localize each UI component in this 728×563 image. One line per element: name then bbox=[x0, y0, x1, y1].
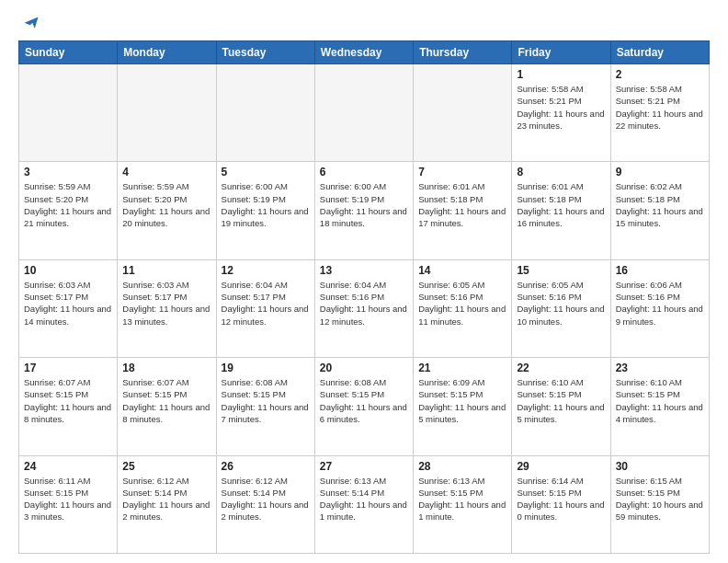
day-info: Sunrise: 5:58 AMSunset: 5:21 PMDaylight:… bbox=[517, 83, 605, 132]
day-cell: 12Sunrise: 6:04 AMSunset: 5:17 PMDayligh… bbox=[216, 259, 314, 357]
day-cell bbox=[414, 64, 512, 162]
day-info: Sunrise: 6:07 AMSunset: 5:15 PMDaylight:… bbox=[24, 376, 112, 425]
day-info: Sunrise: 6:02 AMSunset: 5:18 PMDaylight:… bbox=[616, 180, 704, 229]
day-cell: 6Sunrise: 6:00 AMSunset: 5:19 PMDaylight… bbox=[314, 162, 413, 259]
day-info: Sunrise: 6:10 AMSunset: 5:15 PMDaylight:… bbox=[517, 376, 605, 425]
day-number: 17 bbox=[24, 362, 112, 374]
logo-bird-icon bbox=[22, 15, 40, 33]
day-info: Sunrise: 6:00 AMSunset: 5:19 PMDaylight:… bbox=[320, 180, 408, 229]
day-cell: 27Sunrise: 6:13 AMSunset: 5:14 PMDayligh… bbox=[314, 455, 413, 553]
day-number: 9 bbox=[616, 166, 704, 178]
week-row-4: 17Sunrise: 6:07 AMSunset: 5:15 PMDayligh… bbox=[19, 358, 710, 455]
day-cell: 22Sunrise: 6:10 AMSunset: 5:15 PMDayligh… bbox=[512, 358, 610, 455]
day-number: 15 bbox=[517, 264, 605, 277]
day-cell: 13Sunrise: 6:04 AMSunset: 5:16 PMDayligh… bbox=[314, 259, 413, 357]
day-number: 13 bbox=[320, 264, 408, 277]
day-info: Sunrise: 6:03 AMSunset: 5:17 PMDaylight:… bbox=[122, 279, 210, 327]
day-number: 29 bbox=[517, 460, 605, 473]
day-number: 12 bbox=[222, 264, 310, 277]
day-number: 20 bbox=[320, 362, 408, 374]
weekday-header-sunday: Sunday bbox=[19, 41, 118, 64]
day-number: 26 bbox=[222, 460, 310, 473]
day-info: Sunrise: 6:12 AMSunset: 5:14 PMDaylight:… bbox=[122, 475, 210, 523]
day-cell: 1Sunrise: 5:58 AMSunset: 5:21 PMDaylight… bbox=[512, 64, 610, 162]
day-number: 22 bbox=[517, 362, 605, 374]
day-cell: 28Sunrise: 6:13 AMSunset: 5:15 PMDayligh… bbox=[414, 455, 512, 553]
day-number: 10 bbox=[24, 264, 112, 277]
day-cell: 10Sunrise: 6:03 AMSunset: 5:17 PMDayligh… bbox=[19, 259, 118, 357]
day-cell: 20Sunrise: 6:08 AMSunset: 5:15 PMDayligh… bbox=[314, 358, 413, 455]
day-cell: 21Sunrise: 6:09 AMSunset: 5:15 PMDayligh… bbox=[414, 358, 512, 455]
day-cell: 5Sunrise: 6:00 AMSunset: 5:19 PMDaylight… bbox=[216, 162, 314, 259]
weekday-header-row: SundayMondayTuesdayWednesdayThursdayFrid… bbox=[19, 41, 710, 64]
weekday-header-thursday: Thursday bbox=[414, 41, 512, 64]
day-info: Sunrise: 6:14 AMSunset: 5:15 PMDaylight:… bbox=[517, 475, 605, 523]
day-cell: 11Sunrise: 6:03 AMSunset: 5:17 PMDayligh… bbox=[118, 259, 216, 357]
week-row-1: 1Sunrise: 5:58 AMSunset: 5:21 PMDaylight… bbox=[19, 64, 710, 162]
day-number: 3 bbox=[24, 166, 112, 178]
day-cell: 9Sunrise: 6:02 AMSunset: 5:18 PMDaylight… bbox=[610, 162, 709, 259]
day-number: 30 bbox=[616, 460, 704, 473]
day-number: 1 bbox=[517, 68, 605, 81]
weekday-header-wednesday: Wednesday bbox=[314, 41, 413, 64]
day-cell bbox=[19, 64, 118, 162]
day-info: Sunrise: 5:59 AMSunset: 5:20 PMDaylight:… bbox=[122, 180, 210, 229]
day-cell bbox=[314, 64, 413, 162]
day-cell: 17Sunrise: 6:07 AMSunset: 5:15 PMDayligh… bbox=[19, 358, 118, 455]
logo bbox=[18, 15, 40, 33]
day-info: Sunrise: 6:11 AMSunset: 5:15 PMDaylight:… bbox=[24, 475, 112, 523]
day-number: 14 bbox=[418, 264, 506, 277]
day-info: Sunrise: 6:01 AMSunset: 5:18 PMDaylight:… bbox=[418, 180, 506, 229]
day-cell: 4Sunrise: 5:59 AMSunset: 5:20 PMDaylight… bbox=[118, 162, 216, 259]
day-number: 27 bbox=[320, 460, 408, 473]
day-info: Sunrise: 6:05 AMSunset: 5:16 PMDaylight:… bbox=[418, 279, 506, 327]
day-info: Sunrise: 6:07 AMSunset: 5:15 PMDaylight:… bbox=[122, 376, 210, 425]
day-info: Sunrise: 6:04 AMSunset: 5:17 PMDaylight:… bbox=[222, 279, 310, 327]
calendar-table: SundayMondayTuesdayWednesdayThursdayFrid… bbox=[18, 40, 710, 554]
weekday-header-saturday: Saturday bbox=[610, 41, 709, 64]
day-number: 19 bbox=[222, 362, 310, 374]
day-number: 4 bbox=[122, 166, 210, 178]
day-cell bbox=[118, 64, 216, 162]
page: SundayMondayTuesdayWednesdayThursdayFrid… bbox=[0, 0, 728, 563]
day-cell: 26Sunrise: 6:12 AMSunset: 5:14 PMDayligh… bbox=[216, 455, 314, 553]
day-cell: 25Sunrise: 6:12 AMSunset: 5:14 PMDayligh… bbox=[118, 455, 216, 553]
day-info: Sunrise: 6:04 AMSunset: 5:16 PMDaylight:… bbox=[320, 279, 408, 327]
day-cell: 19Sunrise: 6:08 AMSunset: 5:15 PMDayligh… bbox=[216, 358, 314, 455]
day-number: 2 bbox=[616, 68, 704, 81]
day-info: Sunrise: 6:08 AMSunset: 5:15 PMDaylight:… bbox=[222, 376, 310, 425]
day-cell: 16Sunrise: 6:06 AMSunset: 5:16 PMDayligh… bbox=[610, 259, 709, 357]
day-info: Sunrise: 6:06 AMSunset: 5:16 PMDaylight:… bbox=[616, 279, 704, 327]
day-number: 16 bbox=[616, 264, 704, 277]
week-row-2: 3Sunrise: 5:59 AMSunset: 5:20 PMDaylight… bbox=[19, 162, 710, 259]
day-info: Sunrise: 5:59 AMSunset: 5:20 PMDaylight:… bbox=[24, 180, 112, 229]
day-number: 28 bbox=[418, 460, 506, 473]
day-cell: 23Sunrise: 6:10 AMSunset: 5:15 PMDayligh… bbox=[610, 358, 709, 455]
weekday-header-friday: Friday bbox=[512, 41, 610, 64]
day-cell: 15Sunrise: 6:05 AMSunset: 5:16 PMDayligh… bbox=[512, 259, 610, 357]
day-number: 24 bbox=[24, 460, 112, 473]
weekday-header-monday: Monday bbox=[118, 41, 216, 64]
week-row-3: 10Sunrise: 6:03 AMSunset: 5:17 PMDayligh… bbox=[19, 259, 710, 357]
day-cell: 3Sunrise: 5:59 AMSunset: 5:20 PMDaylight… bbox=[19, 162, 118, 259]
week-row-5: 24Sunrise: 6:11 AMSunset: 5:15 PMDayligh… bbox=[19, 455, 710, 553]
day-cell: 24Sunrise: 6:11 AMSunset: 5:15 PMDayligh… bbox=[19, 455, 118, 553]
day-cell: 29Sunrise: 6:14 AMSunset: 5:15 PMDayligh… bbox=[512, 455, 610, 553]
day-info: Sunrise: 6:03 AMSunset: 5:17 PMDaylight:… bbox=[24, 279, 112, 327]
day-info: Sunrise: 6:08 AMSunset: 5:15 PMDaylight:… bbox=[320, 376, 408, 425]
day-cell: 2Sunrise: 5:58 AMSunset: 5:21 PMDaylight… bbox=[610, 64, 709, 162]
day-number: 8 bbox=[517, 166, 605, 178]
day-info: Sunrise: 6:15 AMSunset: 5:15 PMDaylight:… bbox=[616, 475, 704, 523]
day-info: Sunrise: 6:13 AMSunset: 5:14 PMDaylight:… bbox=[320, 475, 408, 523]
day-info: Sunrise: 6:13 AMSunset: 5:15 PMDaylight:… bbox=[418, 475, 506, 523]
day-info: Sunrise: 6:09 AMSunset: 5:15 PMDaylight:… bbox=[418, 376, 506, 425]
weekday-header-tuesday: Tuesday bbox=[216, 41, 314, 64]
header bbox=[18, 15, 710, 33]
day-cell: 18Sunrise: 6:07 AMSunset: 5:15 PMDayligh… bbox=[118, 358, 216, 455]
day-cell: 8Sunrise: 6:01 AMSunset: 5:18 PMDaylight… bbox=[512, 162, 610, 259]
day-cell: 7Sunrise: 6:01 AMSunset: 5:18 PMDaylight… bbox=[414, 162, 512, 259]
day-info: Sunrise: 6:05 AMSunset: 5:16 PMDaylight:… bbox=[517, 279, 605, 327]
day-info: Sunrise: 6:10 AMSunset: 5:15 PMDaylight:… bbox=[616, 376, 704, 425]
day-number: 7 bbox=[418, 166, 506, 178]
day-number: 6 bbox=[320, 166, 408, 178]
